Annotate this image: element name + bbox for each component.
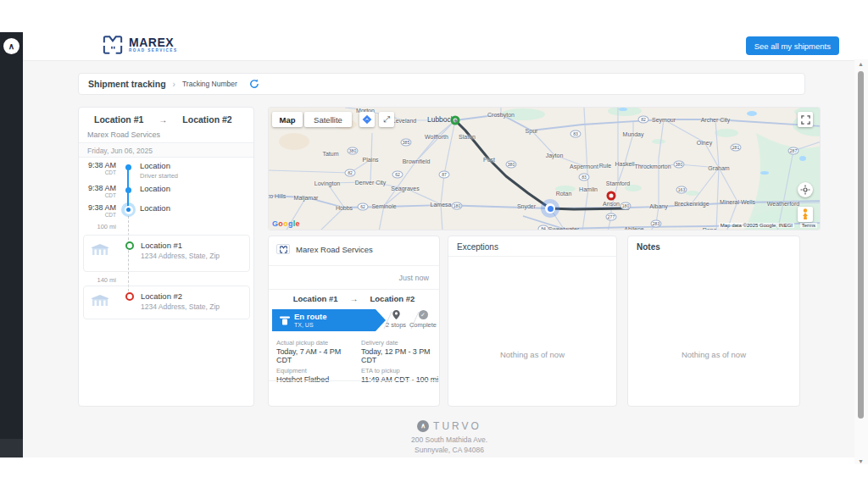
turvo-mark: ∧ <box>8 42 14 51</box>
scroll-up-arrow[interactable]: ▲ <box>858 61 864 67</box>
turvo-footer-logo-icon: ∧ <box>417 420 429 432</box>
status-from: Location #1 <box>293 294 338 303</box>
sidebar-bottom-section <box>0 439 23 458</box>
field-value: Hotshot Flatbed <box>276 375 357 384</box>
exceptions-panel: Exceptions Nothing as of now <box>448 236 617 407</box>
brand-subtitle: ROAD SERVICES <box>129 48 177 53</box>
breadcrumb: Shipment tracking › Tracking Number <box>78 73 805 95</box>
carrier-logo-icon <box>276 244 290 254</box>
notes-title: Notes <box>637 242 660 252</box>
stop-marker-icon <box>125 292 134 301</box>
current-position-icon <box>121 202 136 217</box>
timeline-event: 9:38 AMCDTLocationDriver started <box>79 161 253 183</box>
event-timezone: CDT <box>79 169 116 175</box>
map-terms-link[interactable]: Terms <box>800 223 817 228</box>
status-to: Location #2 <box>370 294 415 303</box>
distance-label: 140 mi <box>79 276 116 284</box>
page: ∧ MAREX ROAD SERVICES See all my shipmen… <box>0 0 868 488</box>
distance-label: 100 mi <box>79 223 116 230</box>
map-panel: MortonLevelandLubbockCrosbytonSpurWolffo… <box>268 107 821 230</box>
notes-panel: Notes Nothing as of now <box>627 236 800 407</box>
shipment-status-card: Marex Road Services Just now Location #1… <box>268 236 440 407</box>
footer-address-line2: Sunnyvale, CA 94086 <box>78 446 821 454</box>
carrier-name: Marex Road Services <box>296 245 373 254</box>
carrier-name: Marex Road Services <box>87 130 160 139</box>
field-label: Actual pickup date <box>276 339 357 347</box>
current-location-marker[interactable] <box>541 199 559 218</box>
last-updated-label: Just now <box>398 274 429 282</box>
timeline-dot-icon <box>125 187 131 193</box>
truck-icon <box>279 315 291 325</box>
stop-card: Location #11234 Address, State, Zip <box>83 235 250 272</box>
main-area: MAREX ROAD SERVICES See all my shipments… <box>23 32 868 458</box>
route-from: Location #1 <box>94 114 143 125</box>
arrow-right-icon: → <box>159 115 167 125</box>
directions-icon[interactable] <box>359 112 375 127</box>
event-title: Location <box>140 161 178 170</box>
event-time: 9:38 AM <box>79 184 116 192</box>
route-timeline-panel: Location #1 → Location #2 Marex Road Ser… <box>78 107 254 407</box>
refresh-icon[interactable] <box>249 79 259 89</box>
event-timezone: CDT <box>79 212 116 218</box>
compass-icon[interactable] <box>798 182 813 197</box>
event-time: 9:38 AM <box>79 203 116 212</box>
status-location: TX, US <box>294 322 327 328</box>
top-header: MAREX ROAD SERVICES See all my shipments <box>23 32 868 61</box>
brand-name: MAREX <box>129 37 177 48</box>
chevron-right-icon: › <box>173 80 175 89</box>
stop-name: Location #2 <box>141 291 182 301</box>
exceptions-empty-text: Nothing as of now <box>448 350 616 359</box>
building-icon <box>91 243 109 259</box>
field-value: Today, 7 AM - 4 PM CDT <box>276 347 357 364</box>
breadcrumb-current: Tracking Number <box>182 80 237 88</box>
page-footer: ∧ TURVO 200 South Mathida Ave. Sunnyvale… <box>78 420 821 454</box>
scroll-down-arrow[interactable]: ▼ <box>858 458 864 464</box>
stop-address: 1234 Address, State, Zip <box>141 302 220 311</box>
vertical-scrollbar[interactable]: ▲ ▼ <box>854 59 868 464</box>
route-to: Location #2 <box>182 114 231 125</box>
route-header: Location #1 → Location #2 <box>94 114 232 125</box>
event-time: 9:38 AM <box>79 161 116 169</box>
event-subtitle: Driver started <box>140 172 178 180</box>
footer-address-line1: 200 South Mathida Ave. <box>78 435 821 444</box>
field-label: ETA to pickup <box>361 367 440 374</box>
see-all-shipments-button[interactable]: See all my shipments <box>746 36 839 55</box>
google-logo: Google <box>272 219 300 228</box>
breadcrumb-root[interactable]: Shipment tracking <box>88 79 166 89</box>
check-circle-icon: ✓ <box>406 310 440 319</box>
event-timezone: CDT <box>79 192 116 198</box>
field-label: Delivery date <box>361 339 440 347</box>
notes-empty-text: Nothing as of now <box>628 350 799 359</box>
complete-segment: ✓ Complete <box>406 309 440 331</box>
stop-marker-icon <box>125 241 134 250</box>
fullscreen-icon[interactable] <box>798 112 813 127</box>
field-value: Today, 12 PM - 3 PM CDT <box>361 347 440 364</box>
destination-marker[interactable] <box>607 191 616 201</box>
scrollbar-thumb[interactable] <box>858 71 864 419</box>
status-label: En route <box>294 312 327 321</box>
status-progress-bar: En route TX, US 2 stops ✓ Comp <box>269 309 439 331</box>
stop-card: Location #21234 Address, State, Zip <box>83 286 250 319</box>
map-attribution: Map data ©2025 Google, INEGI <box>719 223 794 228</box>
expand-map-icon[interactable]: ⤢ <box>379 112 394 127</box>
stop-address: 1234 Address, State, Zip <box>141 252 220 260</box>
turvo-app-logo-icon[interactable]: ∧ <box>3 38 19 54</box>
arrow-right-icon: → <box>350 294 359 303</box>
marex-logo-icon <box>102 35 124 55</box>
satellite-view-button[interactable]: Satellite <box>304 112 352 127</box>
event-title: Location <box>140 184 170 193</box>
stop-name: Location #1 <box>141 241 182 250</box>
field-label: Equipment <box>276 367 357 374</box>
map-view-button[interactable]: Map <box>272 112 303 127</box>
event-title: Location <box>140 203 170 213</box>
pegman-icon[interactable] <box>798 207 813 222</box>
timeline-dot-icon <box>125 164 131 170</box>
field-value: 11:49 AM CDT · 100 mi <box>361 375 440 384</box>
exceptions-title: Exceptions <box>457 242 498 252</box>
app-sidebar: ∧ <box>0 32 23 458</box>
en-route-ribbon: En route TX, US <box>272 309 386 331</box>
marex-logo: MAREX ROAD SERVICES <box>102 35 177 55</box>
timeline-date-header: Friday, Jun 06, 2025 <box>79 142 253 158</box>
turvo-brand: TURVO <box>433 420 481 432</box>
origin-marker[interactable] <box>451 116 460 125</box>
